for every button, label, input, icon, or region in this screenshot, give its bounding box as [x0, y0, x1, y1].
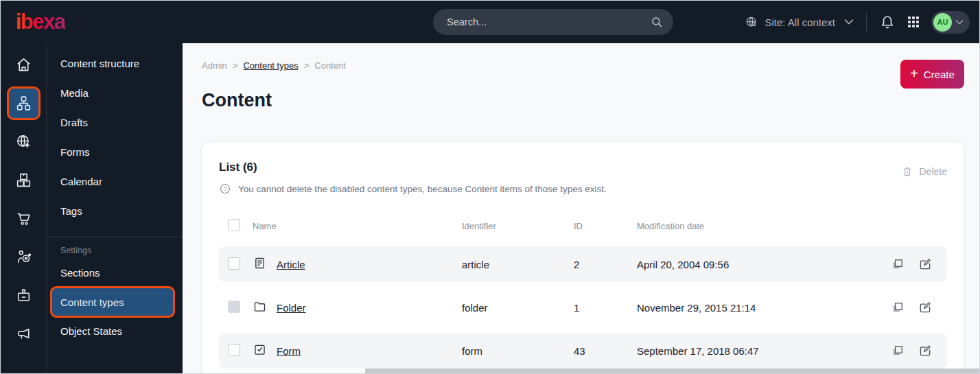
- icon-rail: [1, 43, 47, 373]
- help-icon: ?: [219, 183, 231, 195]
- help-row: ? You cannot delete the disabled content…: [219, 183, 607, 195]
- svg-text:?: ?: [224, 186, 227, 192]
- copy-icon[interactable]: [891, 257, 905, 271]
- cell-identifier: form: [462, 345, 574, 357]
- person-target-icon: [15, 248, 32, 266]
- row-checkbox-disabled: [228, 301, 240, 313]
- table-header: Name Identifier ID Modification date: [219, 211, 947, 240]
- select-all-checkbox[interactable]: [228, 219, 240, 231]
- breadcrumb-current: Content: [314, 60, 346, 71]
- sidebar-item-personalization[interactable]: [9, 242, 38, 272]
- megaphone-icon: [15, 325, 32, 342]
- menu-item-drafts[interactable]: Drafts: [47, 108, 183, 137]
- menu-item-media[interactable]: Media: [47, 78, 183, 108]
- row-checkbox[interactable]: [228, 344, 240, 356]
- cell-modified: April 20, 2004 09:56: [637, 259, 885, 270]
- site-globe-icon: [15, 133, 32, 150]
- secondary-menu: Content structure Media Drafts Forms Cal…: [47, 43, 183, 373]
- badge-icon: [15, 287, 32, 304]
- row-checkbox[interactable]: [228, 257, 240, 270]
- breadcrumb: Admin > Content types > Content: [202, 60, 346, 71]
- content-type-link[interactable]: Form: [277, 345, 301, 357]
- app-window: ibexa Site: All context: [0, 0, 980, 374]
- cart-icon: [15, 210, 32, 227]
- notifications-button[interactable]: [879, 14, 896, 30]
- cell-id: 2: [574, 259, 637, 270]
- chevron-down-icon: [955, 20, 964, 25]
- content-type-link[interactable]: Folder: [277, 302, 306, 314]
- content-types-table: Name Identifier ID Modification date Art…: [219, 211, 947, 369]
- site-context-dropdown[interactable]: Site: All context: [745, 15, 854, 29]
- delete-button[interactable]: Delete: [901, 157, 947, 178]
- global-search: [433, 9, 673, 35]
- menu-item-calendar[interactable]: Calendar: [47, 167, 183, 196]
- avatar: AU: [933, 13, 952, 32]
- menu-item-object-states[interactable]: Object States: [47, 316, 183, 346]
- cell-modified: September 17, 2018 06:47: [637, 345, 885, 357]
- sidebar-item-admin[interactable]: [9, 281, 38, 310]
- create-button[interactable]: + Create: [900, 60, 964, 89]
- ibexa-logo: ibexa: [16, 10, 65, 34]
- bell-icon: [879, 14, 896, 30]
- menu-item-content-types[interactable]: Content types: [52, 288, 173, 316]
- menu-item-forms[interactable]: Forms: [47, 137, 183, 167]
- content-types-list-card: List (6) ? You cannot delete the disable…: [202, 141, 964, 374]
- content-structure-icon: [15, 95, 32, 112]
- home-icon: [15, 56, 32, 73]
- copy-icon[interactable]: [891, 301, 905, 314]
- main-content: Admin > Content types > Content + Create…: [183, 43, 979, 373]
- sidebar-item-content-structure[interactable]: [9, 89, 38, 118]
- site-context-label: Site: All context: [765, 16, 835, 28]
- topbar-right: Site: All context AU: [745, 1, 970, 43]
- plus-icon: +: [910, 67, 918, 80]
- help-text: You cannot delete the disabled content t…: [238, 184, 607, 194]
- grid-icon: [905, 14, 922, 30]
- boxes-icon: [15, 172, 32, 189]
- cell-identifier: article: [462, 259, 574, 270]
- column-header-id: ID: [574, 221, 637, 231]
- article-icon: [253, 256, 267, 270]
- chevron-down-icon: [844, 19, 854, 25]
- window-bottom-edge: [365, 369, 979, 373]
- sidebar-item-site-management[interactable]: [9, 127, 38, 156]
- menu-section-label: Settings: [47, 237, 183, 258]
- column-header-identifier: Identifier: [462, 221, 574, 231]
- breadcrumb-content-types-link[interactable]: Content types: [243, 60, 298, 71]
- table-row-article: Article article 2 April 20, 2004 09:56: [219, 246, 947, 282]
- topbar: ibexa Site: All context: [1, 1, 979, 43]
- table-row-form: Form form 43 September 17, 2018 06:47: [219, 333, 947, 369]
- cell-modified: November 29, 2015 21:14: [637, 302, 885, 314]
- search-icon[interactable]: [651, 16, 664, 29]
- sidebar-item-announcements[interactable]: [9, 319, 38, 349]
- menu-item-sections[interactable]: Sections: [47, 258, 183, 288]
- menu-item-tags[interactable]: Tags: [47, 196, 183, 226]
- trash-icon: [901, 165, 913, 178]
- sidebar-item-home[interactable]: [9, 50, 38, 80]
- column-header-modification-date: Modification date: [637, 221, 885, 231]
- user-menu[interactable]: AU: [931, 11, 970, 34]
- cell-id: 1: [574, 302, 637, 314]
- content-type-link[interactable]: Article: [277, 259, 305, 270]
- breadcrumb-separator: >: [304, 60, 310, 71]
- topbar-divider: [866, 13, 867, 31]
- search-input[interactable]: [433, 16, 651, 27]
- folder-icon: [253, 299, 267, 314]
- edit-icon[interactable]: [918, 344, 932, 358]
- app-grid-button[interactable]: [905, 14, 922, 30]
- edit-icon[interactable]: [918, 257, 932, 271]
- table-row-folder: Folder folder 1 November 29, 2015 21:14: [219, 290, 947, 325]
- menu-item-content-structure[interactable]: Content structure: [47, 49, 183, 78]
- list-title: List (6): [219, 157, 607, 174]
- edit-icon[interactable]: [918, 301, 932, 314]
- copy-icon[interactable]: [891, 344, 905, 358]
- breadcrumb-separator: >: [233, 60, 238, 71]
- form-icon: [253, 342, 267, 357]
- column-header-name: Name: [253, 221, 462, 231]
- breadcrumb-admin: Admin: [202, 60, 227, 71]
- sidebar-item-product-catalog[interactable]: [9, 165, 38, 195]
- cell-id: 43: [574, 345, 637, 357]
- globe-icon: [745, 15, 758, 29]
- sidebar-item-commerce[interactable]: [9, 204, 38, 233]
- cell-identifier: folder: [462, 302, 574, 314]
- page-title: Content: [202, 90, 272, 111]
